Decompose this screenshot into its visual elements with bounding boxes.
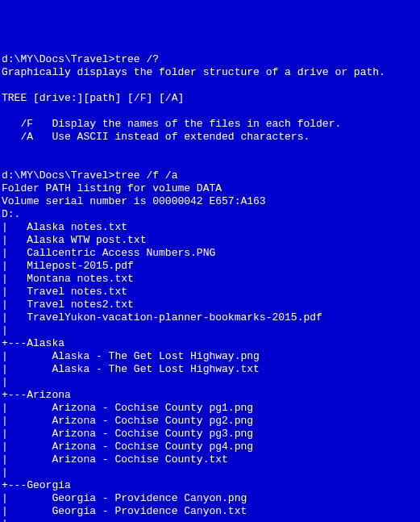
prompt: d:\MY\Docs\Travel> bbox=[2, 53, 114, 65]
help-option-a: /A Use ASCII instead of extended charact… bbox=[2, 131, 310, 143]
tree-line: | Alaska - The Get Lost Highway.txt bbox=[2, 363, 260, 375]
tree-folder: +---Georgia bbox=[2, 479, 71, 491]
volume-line: Folder PATH listing for volume DATA bbox=[2, 182, 222, 194]
tree-line: | Alaska - The Get Lost Highway.png bbox=[2, 350, 260, 362]
command-input[interactable]: tree /f /a bbox=[114, 169, 177, 182]
tree-folder: +---Alaska bbox=[2, 337, 64, 349]
tree-root: D:. bbox=[2, 208, 20, 220]
tree-line: | Travel notes2.txt bbox=[2, 299, 134, 311]
tree-line: | Milepost-2015.pdf bbox=[2, 260, 134, 272]
tree-line: | Travel notes.txt bbox=[2, 286, 127, 298]
terminal-output: d:\MY\Docs\Travel>tree /? Graphically di… bbox=[2, 53, 418, 522]
tree-line: | TravelYukon-vacation-planner-bookmarks… bbox=[2, 311, 322, 324]
tree-line: | bbox=[2, 518, 8, 522]
help-usage: TREE [drive:][path] [/F] [/A] bbox=[2, 92, 184, 104]
tree-line: | Alaska notes.txt bbox=[2, 221, 127, 233]
tree-line: | Callcentric Access Numbers.PNG bbox=[2, 247, 215, 259]
tree-line: | Arizona - Cochise County pg3.png bbox=[2, 428, 253, 440]
serial-line: Volume serial number is 00000042 E657:A1… bbox=[2, 195, 266, 207]
help-description: Graphically displays the folder structur… bbox=[2, 66, 385, 78]
command-input[interactable]: tree /? bbox=[114, 53, 159, 65]
tree-line: | Montana notes.txt bbox=[2, 273, 134, 285]
tree-line: | Alaska WTW post.txt bbox=[2, 234, 146, 246]
help-option-f: /F Display the names of the files in eac… bbox=[2, 118, 341, 130]
tree-line: | Georgia - Providence Canyon.txt bbox=[2, 505, 247, 517]
tree-folder: +---Arizona bbox=[2, 389, 71, 401]
prompt: d:\MY\Docs\Travel> bbox=[2, 169, 114, 182]
tree-line: | Georgia - Providence Canyon.png bbox=[2, 492, 247, 504]
tree-line: | Arizona - Cochise County pg1.png bbox=[2, 402, 253, 414]
tree-line: | bbox=[2, 324, 8, 336]
tree-line: | bbox=[2, 376, 8, 388]
tree-line: | bbox=[2, 466, 8, 478]
tree-line: | Arizona - Cochise County.txt bbox=[2, 453, 228, 466]
tree-line: | Arizona - Cochise County pg2.png bbox=[2, 415, 253, 427]
tree-line: | Arizona - Cochise County pg4.png bbox=[2, 441, 253, 453]
